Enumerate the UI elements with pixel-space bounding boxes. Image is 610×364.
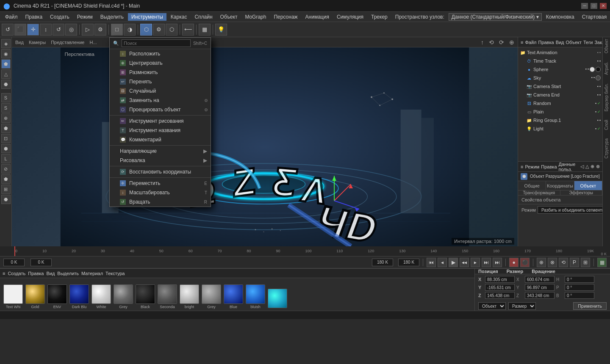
obj-menu-close[interactable]: Закл.: [594, 40, 602, 45]
obj-menu-view[interactable]: Вид: [556, 40, 564, 45]
pb-prev-frame[interactable]: ◂: [438, 258, 447, 267]
mat-item-bluish[interactable]: bluish: [246, 284, 265, 309]
pb-add-key[interactable]: ⊕: [537, 258, 546, 267]
pb-end-frame2[interactable]: [398, 259, 419, 266]
tree-item-camera-start[interactable]: 📷 Camera Start ▪ ▪: [518, 82, 602, 91]
menu-animation[interactable]: Анимация: [302, 13, 333, 21]
coords-size-select[interactable]: Размер: [508, 302, 536, 310]
coord-rot-h[interactable]: [565, 276, 594, 283]
tree-vis-light[interactable]: ▪: [595, 127, 596, 131]
mat-hamburger[interactable]: ≡: [3, 271, 5, 276]
lt-mode-5[interactable]: ⬣: [1, 80, 11, 89]
strip-attributes[interactable]: Атриб.: [604, 62, 609, 75]
menu-object[interactable]: Объект: [217, 13, 241, 21]
menu-spline[interactable]: Сплайн: [191, 13, 216, 21]
obj-menu-object[interactable]: Объект: [566, 40, 582, 45]
timeline-ruler[interactable]: 0 10 20 30 40 50 60 70 80 90 100 110 120…: [0, 246, 610, 256]
tree-item-text-animation[interactable]: 📁 Text Animation ▪ ▪: [518, 48, 602, 57]
obj-menu-hamburger[interactable]: ≡: [521, 40, 523, 45]
lt-tool-9[interactable]: ⬟: [1, 174, 11, 184]
tree-vis-sphere[interactable]: ▪: [585, 67, 587, 72]
dm-item-center[interactable]: ⊕ Центрировать: [110, 58, 211, 68]
tree-item-plain[interactable]: ▭ Plain ▪ ✓: [518, 108, 602, 116]
dm-item-multiply[interactable]: ⊞ Размножить: [110, 68, 211, 77]
menu-mode[interactable]: Режим: [74, 13, 96, 21]
lt-mode-4[interactable]: △: [1, 69, 11, 79]
mat-texture[interactable]: Текстура: [105, 271, 125, 276]
mat-view[interactable]: Вид: [46, 271, 55, 276]
lt-mode-2[interactable]: ◉: [1, 49, 11, 58]
viewport-menu-view[interactable]: Вид: [15, 40, 24, 45]
tb-deform-1[interactable]: ⟵: [182, 24, 194, 36]
tb-prim-3[interactable]: ⬡: [166, 24, 177, 36]
tree-ren-sphere[interactable]: ▪: [588, 67, 589, 72]
coord-size-x[interactable]: [525, 276, 555, 283]
tree-ren-1[interactable]: ▪: [599, 50, 601, 55]
lt-tool-6[interactable]: ⬢: [1, 144, 11, 153]
tree-ren-plain[interactable]: ✓: [597, 110, 601, 114]
dm-item-position[interactable]: ↕ Расположить: [110, 49, 211, 58]
lt-tool-5[interactable]: ⊡: [1, 134, 11, 143]
tb-btn-move[interactable]: ✛: [27, 24, 39, 36]
attr-hamburger[interactable]: ≡: [521, 164, 523, 169]
tree-item-sky[interactable]: ☁ Sky ▪ ▪: [518, 74, 602, 82]
tb-cam-1[interactable]: ▦: [199, 24, 211, 36]
coords-apply-btn[interactable]: Применить: [573, 302, 607, 310]
menu-startup[interactable]: Стартовая: [579, 13, 610, 21]
menu-simulation[interactable]: Симуляция: [333, 13, 367, 21]
menu-file[interactable]: Файл: [2, 13, 21, 21]
tb-prim-1[interactable]: ⬡: [140, 24, 152, 36]
tree-ren-cam-s[interactable]: ▪: [599, 84, 601, 88]
pb-to-start[interactable]: ⏮: [427, 258, 436, 267]
pb-current-frame[interactable]: [30, 259, 52, 266]
dm-item-name-tool[interactable]: T Инструмент названия: [110, 126, 211, 135]
tree-vis-2[interactable]: ▪: [597, 59, 599, 63]
pb-to-end[interactable]: ⏭: [482, 258, 491, 267]
viewport-menu-more[interactable]: Н...: [89, 40, 97, 45]
viewport-menu-display[interactable]: Представление: [51, 40, 84, 45]
strip-browser[interactable]: Браузер библ.: [604, 83, 609, 111]
dm-gear-project[interactable]: ⚙: [204, 108, 208, 112]
tree-item-ring-group[interactable]: 📁 Ring Group.1 ▪ ▪: [518, 116, 602, 124]
lt-tool-8[interactable]: ⊘: [1, 164, 11, 174]
coords-mode-select[interactable]: Объект: [478, 302, 506, 310]
tb-light-1[interactable]: 💡: [215, 24, 227, 36]
lt-tool-7[interactable]: L: [1, 154, 11, 163]
dm-item-project[interactable]: ⬡ Проецировать объект ⚙: [110, 105, 211, 114]
viewport-icon-4[interactable]: ⊕: [509, 39, 514, 46]
dm-item-painter[interactable]: Рисовалка ▶: [110, 156, 211, 165]
tree-vis-plain[interactable]: ▪: [595, 110, 596, 114]
menu-tools[interactable]: Инструменты: [128, 13, 166, 21]
dm-item-move[interactable]: ✛ Переместить E: [110, 179, 211, 188]
pb-dope[interactable]: ▦: [597, 258, 607, 267]
coord-pos-x[interactable]: [485, 276, 515, 283]
tb-obj-2[interactable]: ◑: [124, 24, 136, 36]
dm-item-draw-tool[interactable]: ✏ Инструмент рисования: [110, 116, 211, 126]
tb-btn-scale[interactable]: ↕: [40, 24, 52, 36]
pb-next-frame[interactable]: ▸: [471, 258, 480, 267]
menu-layout[interactable]: Компоновка: [543, 13, 578, 21]
viewport-icon-2[interactable]: ⟲: [489, 39, 494, 46]
mat-edit[interactable]: Правка: [28, 271, 44, 276]
menu-edit[interactable]: Правка: [22, 13, 46, 21]
tb-obj-1[interactable]: □: [111, 24, 123, 36]
strip-layer[interactable]: Слой: [604, 120, 609, 130]
pb-path[interactable]: P: [570, 258, 579, 267]
menu-character[interactable]: Персонаж: [270, 13, 301, 21]
tree-vis-ring[interactable]: ▪: [597, 118, 599, 122]
obj-menu-file[interactable]: Файл: [525, 40, 536, 45]
lt-tool-2[interactable]: S: [1, 103, 11, 113]
mat-item-text-whi[interactable]: Text Whi: [3, 284, 23, 309]
coord-size-y[interactable]: [525, 284, 555, 291]
menu-select[interactable]: Выделить: [97, 13, 127, 21]
attr-nav-up[interactable]: △: [585, 164, 589, 169]
pb-to-end2[interactable]: ⏭: [493, 258, 502, 267]
obj-menu-edit[interactable]: Правка: [538, 40, 554, 45]
attr-close[interactable]: ⊗: [596, 164, 600, 169]
coord-rot-b[interactable]: [565, 292, 594, 299]
pb-del-key[interactable]: ⊗: [548, 258, 557, 267]
tree-vis-random[interactable]: ▪: [595, 101, 596, 105]
lt-tool-11[interactable]: ⬣: [1, 195, 11, 204]
viewport-icon-1[interactable]: ↑: [481, 39, 484, 46]
dm-item-rotate[interactable]: ↺ Вращать R: [110, 197, 211, 207]
